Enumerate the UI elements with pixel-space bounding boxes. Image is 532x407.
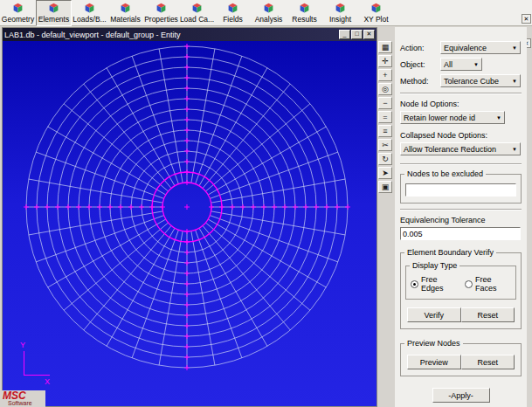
- chevron-down-icon: ▼: [512, 79, 517, 84]
- rotate-icon[interactable]: ↻: [378, 153, 392, 165]
- nodes-excluded-group: Nodes to be excluded: [400, 174, 522, 204]
- toolbar-tab-properties[interactable]: Properties: [143, 0, 179, 26]
- radio-dot-icon: [465, 280, 473, 288]
- plot-icon[interactable]: ▦: [378, 41, 392, 53]
- viewport-canvas[interactable]: Y X: [3, 41, 377, 406]
- module-cube-icon: [120, 3, 131, 14]
- toolbar-tab-xy-plot[interactable]: XY Plot: [358, 0, 394, 26]
- toolbar-tab-fields[interactable]: Fields: [215, 0, 251, 26]
- msc-logo-line2: Software: [3, 400, 43, 406]
- module-cube-icon: [191, 3, 203, 14]
- apply-button[interactable]: -Apply-: [432, 388, 490, 403]
- chevron-down-icon: ▼: [512, 45, 517, 51]
- axis-y-label: Y: [20, 341, 25, 349]
- module-cube-icon: [155, 3, 167, 14]
- frame-icon[interactable]: ▣: [378, 181, 392, 193]
- node-id-options-dropdown[interactable]: Retain lower node id ▼: [400, 111, 505, 124]
- method-dropdown[interactable]: Tolerance Cube ▼: [440, 74, 521, 87]
- preview-reset-button[interactable]: Reset: [461, 355, 515, 369]
- radio-dot-icon: [411, 280, 418, 288]
- display-type-group: Display Type Free Edges Free Faces: [405, 266, 516, 300]
- close-button[interactable]: ✕: [363, 30, 375, 39]
- viewport-side-toolbar: ▦ ✛ + ◎ − = ≡ ✂ ↻ ➤ ▣: [378, 41, 393, 193]
- toolbar-tab-materials[interactable]: Materials: [107, 0, 143, 26]
- nodes-excluded-label: Nodes to be excluded: [404, 169, 486, 178]
- action-dropdown[interactable]: Equivalence ▼: [440, 41, 521, 54]
- method-value: Tolerance Cube: [444, 77, 499, 86]
- toolbar-tab-label: Load Ca...: [180, 15, 214, 24]
- toolbar-tab-label: XY Plot: [363, 15, 388, 24]
- separator: [400, 93, 522, 94]
- node-id-options-label: Node Id Options:: [400, 100, 522, 108]
- pan-icon[interactable]: ✛: [378, 55, 392, 67]
- fit-view-icon[interactable]: =: [378, 111, 392, 123]
- preview-nodes-title: Preview Nodes: [404, 339, 463, 348]
- zoom-in-icon[interactable]: +: [378, 69, 392, 81]
- equiv-tolerance-label: Equivalencing Tolerance: [400, 216, 522, 224]
- axis-x-line: [24, 375, 50, 376]
- toolbar-tab-load-cases[interactable]: Load Ca...: [179, 0, 215, 26]
- collapsed-node-options-label: Collapsed Node Options:: [400, 131, 522, 140]
- object-label: Object:: [400, 60, 440, 69]
- toolbar-tab-label: Properties: [144, 15, 178, 24]
- toolbar-tab-label: Fields: [223, 15, 243, 24]
- select-icon[interactable]: ➤: [378, 167, 392, 179]
- chevron-down-icon: ▼: [496, 115, 501, 121]
- toolbar-tab-label: Insight: [329, 15, 351, 24]
- msc-logo-line1: MSC: [3, 391, 43, 400]
- maximize-button[interactable]: □: [351, 30, 363, 39]
- viewport-titlebar[interactable]: LAB1.db - default_viewport - default_gro…: [3, 28, 377, 41]
- module-cube-icon: [263, 3, 274, 14]
- radio-free-faces[interactable]: Free Faces: [465, 275, 511, 293]
- chevron-down-icon: ▼: [473, 62, 479, 67]
- action-label: Action:: [400, 44, 440, 52]
- nodes-excluded-input[interactable]: [405, 183, 516, 197]
- chevron-down-icon: ▼: [512, 147, 517, 152]
- module-cube-icon: [370, 3, 382, 14]
- magnifier-icon[interactable]: ◎: [378, 83, 392, 95]
- toolbar-tab-label: Elements: [38, 15, 69, 24]
- verify-button[interactable]: Verify: [407, 307, 461, 322]
- object-dropdown[interactable]: All ▼: [440, 58, 482, 71]
- toolbar-close-icon[interactable]: ✕: [522, 14, 531, 24]
- element-boundary-verify-title: Element Boundary Verify: [404, 248, 496, 257]
- toolbar-tab-elements[interactable]: Elements: [36, 0, 72, 26]
- radio-free-faces-label: Free Faces: [475, 275, 511, 293]
- module-cube-icon: [48, 3, 59, 14]
- separator: [400, 163, 522, 165]
- module-cube-icon: [335, 3, 346, 14]
- toolbar-tab-label: Analysis: [255, 15, 283, 24]
- boundary-reset-button[interactable]: Reset: [461, 307, 515, 322]
- equiv-tolerance-input[interactable]: [400, 227, 521, 240]
- toolbar-tab-loads-bcs[interactable]: Loads/B...: [72, 0, 107, 26]
- toolbar-tab-label: Results: [292, 15, 316, 24]
- radio-free-edges[interactable]: Free Edges: [411, 275, 458, 293]
- main-toolbar: Geometry Elements Loads/B... Materials P…: [0, 0, 532, 26]
- element-boundary-verify-group: Element Boundary Verify Display Type Fre…: [400, 252, 522, 329]
- toolbar-tab-label: Materials: [110, 15, 140, 24]
- object-value: All: [444, 60, 453, 69]
- axis-triad: Y X: [17, 341, 55, 385]
- toolbar-tab-geometry[interactable]: Geometry: [0, 0, 36, 26]
- minimize-button[interactable]: _: [339, 30, 350, 39]
- preview-button[interactable]: Preview: [407, 355, 461, 369]
- polar-mesh-graphic: [3, 41, 377, 406]
- wireframe-icon[interactable]: ≡: [378, 125, 392, 137]
- toolbar-tab-results[interactable]: Results: [287, 0, 322, 26]
- method-label: Method:: [400, 77, 440, 86]
- module-cube-icon: [84, 3, 95, 14]
- toolbar-tab-analysis[interactable]: Analysis: [251, 0, 287, 26]
- preview-nodes-group: Preview Nodes Preview Reset: [400, 343, 522, 376]
- equivalence-panel: Action: Equivalence ▼ Object: All ▼ Meth…: [395, 27, 527, 407]
- axis-y-line: [24, 351, 24, 375]
- collapsed-node-options-dropdown[interactable]: Allow Tolerance Reduction ▼: [400, 142, 521, 155]
- axis-x-label: X: [45, 377, 50, 386]
- clip-icon[interactable]: ✂: [378, 139, 392, 151]
- viewport-title: LAB1.db - default_viewport - default_gro…: [4, 31, 338, 39]
- msc-logo: MSC Software: [0, 390, 45, 407]
- toolbar-tab-insight[interactable]: Insight: [322, 0, 358, 26]
- zoom-out-icon[interactable]: −: [378, 97, 392, 109]
- action-value: Equivalence: [444, 44, 487, 52]
- toolbar-tab-label: Loads/B...: [73, 15, 106, 24]
- module-cube-icon: [299, 3, 310, 14]
